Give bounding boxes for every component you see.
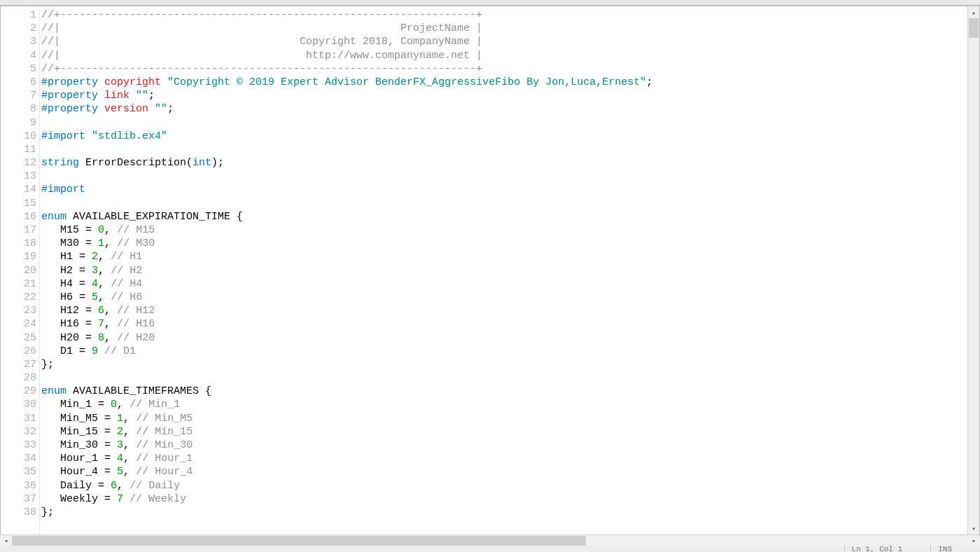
code-line[interactable]: #import — [41, 183, 967, 196]
code-line[interactable]: Hour_4 = 5, // Hour_4 — [41, 465, 967, 478]
line-number: 37 — [1, 492, 36, 506]
line-number: 33 — [1, 439, 36, 452]
code-line[interactable]: }; — [41, 358, 967, 371]
line-number: 7 — [1, 89, 36, 102]
line-number-gutter: 1234567891011121314151617181920212223242… — [1, 6, 40, 534]
line-number: 21 — [1, 277, 36, 291]
code-line[interactable]: Daily = 6, // Daily — [41, 479, 967, 492]
line-number: 35 — [1, 465, 36, 478]
statusbar: Ln 1, Col 1 INS — [0, 546, 980, 552]
line-number: 9 — [1, 116, 36, 130]
line-number: 1 — [1, 8, 36, 22]
line-number: 29 — [1, 385, 36, 398]
vertical-scrollbar[interactable]: ▴ ▾ — [967, 6, 979, 534]
code-line[interactable]: //| ProjectName | — [41, 22, 967, 35]
code-line[interactable] — [41, 116, 967, 130]
line-number: 23 — [1, 304, 36, 317]
editor: 1234567891011121314151617181920212223242… — [0, 6, 980, 535]
line-number: 8 — [1, 102, 36, 116]
code-line[interactable]: enum AVAILABLE_TIMEFRAMES { — [41, 385, 967, 398]
line-number: 11 — [1, 143, 36, 156]
line-number: 30 — [1, 398, 36, 411]
line-number: 14 — [1, 183, 36, 196]
line-number: 22 — [1, 291, 36, 304]
code-line[interactable]: #property link ""; — [41, 89, 967, 102]
code-line[interactable] — [41, 371, 967, 385]
code-line[interactable]: #property copyright "Copyright © 2019 Ex… — [41, 76, 967, 89]
line-number: 12 — [1, 156, 36, 170]
line-number: 13 — [1, 170, 36, 183]
editor-main: 1234567891011121314151617181920212223242… — [1, 6, 967, 534]
line-number: 32 — [1, 425, 36, 439]
line-number: 2 — [1, 22, 36, 35]
line-number: 15 — [1, 197, 36, 210]
line-number: 3 — [1, 35, 36, 48]
status-insert-mode: INS — [930, 545, 952, 552]
code-line[interactable]: Min_15 = 2, // Min_15 — [41, 425, 967, 439]
vertical-scroll-thumb[interactable] — [969, 18, 979, 38]
horizontal-scroll-track[interactable] — [12, 535, 968, 546]
line-number: 34 — [1, 452, 36, 465]
line-number: 24 — [1, 317, 36, 331]
code-line[interactable]: //| http://www.companyname.net | — [41, 49, 967, 62]
line-number: 16 — [1, 210, 36, 223]
line-number: 20 — [1, 264, 36, 277]
line-number: 28 — [1, 371, 36, 385]
line-number: 31 — [1, 412, 36, 425]
code-line[interactable]: H6 = 5, // H6 — [41, 291, 967, 304]
scroll-right-icon[interactable]: ▸ — [968, 535, 980, 546]
code-line[interactable]: Min_1 = 0, // Min_1 — [41, 398, 967, 411]
code-line[interactable]: Min_30 = 3, // Min_30 — [41, 439, 967, 452]
line-number: 10 — [1, 130, 36, 143]
code-line[interactable]: //+-------------------------------------… — [41, 8, 967, 22]
code-line[interactable]: Weekly = 7 // Weekly — [41, 492, 967, 506]
scroll-left-icon[interactable]: ◂ — [0, 535, 12, 546]
code-line[interactable]: #property version ""; — [41, 102, 967, 116]
code-line[interactable]: H20 = 8, // H20 — [41, 331, 967, 345]
code-line[interactable]: H16 = 7, // H16 — [41, 317, 967, 331]
line-number: 38 — [1, 506, 36, 519]
line-number: 4 — [1, 49, 36, 62]
code-line[interactable]: M15 = 0, // M15 — [41, 223, 967, 237]
scroll-down-icon[interactable]: ▾ — [968, 523, 979, 534]
line-number: 17 — [1, 223, 36, 237]
line-number: 26 — [1, 345, 36, 358]
code-line[interactable]: H2 = 3, // H2 — [41, 264, 967, 277]
scroll-up-icon[interactable]: ▴ — [968, 6, 979, 18]
code-line[interactable] — [41, 170, 967, 183]
code-line[interactable]: string ErrorDescription(int); — [41, 156, 967, 170]
status-position: Ln 1, Col 1 — [844, 545, 903, 552]
code-line[interactable]: D1 = 9 // D1 — [41, 345, 967, 358]
code-line[interactable]: H12 = 6, // H12 — [41, 304, 967, 317]
code-line[interactable]: //+-------------------------------------… — [41, 62, 967, 76]
line-number: 18 — [1, 237, 36, 250]
line-number: 36 — [1, 479, 36, 492]
code-line[interactable]: Hour_1 = 4, // Hour_1 — [41, 452, 967, 465]
code-line[interactable]: enum AVAILABLE_EXPIRATION_TIME { — [41, 210, 967, 223]
line-number: 25 — [1, 331, 36, 345]
horizontal-scroll-thumb[interactable] — [12, 536, 586, 546]
line-number: 6 — [1, 76, 36, 89]
code-text[interactable]: //+-------------------------------------… — [40, 6, 967, 534]
toolbar — [0, 0, 980, 6]
code-line[interactable] — [41, 197, 967, 210]
line-number: 5 — [1, 62, 36, 76]
code-line[interactable]: }; — [41, 506, 967, 519]
code-line[interactable]: M30 = 1, // M30 — [41, 237, 967, 250]
code-line[interactable]: #import "stdlib.ex4" — [41, 130, 967, 143]
code-area[interactable]: 1234567891011121314151617181920212223242… — [1, 6, 967, 534]
horizontal-scrollbar[interactable]: ◂ ▸ — [0, 534, 980, 546]
code-line[interactable]: H1 = 2, // H1 — [41, 250, 967, 263]
code-line[interactable] — [41, 143, 967, 156]
code-line[interactable]: Min_M5 = 1, // Min_M5 — [41, 412, 967, 425]
code-line[interactable]: //| Copyright 2018, CompanyName | — [41, 35, 967, 48]
code-line[interactable]: H4 = 4, // H4 — [41, 277, 967, 291]
line-number: 27 — [1, 358, 36, 371]
line-number: 19 — [1, 250, 36, 263]
